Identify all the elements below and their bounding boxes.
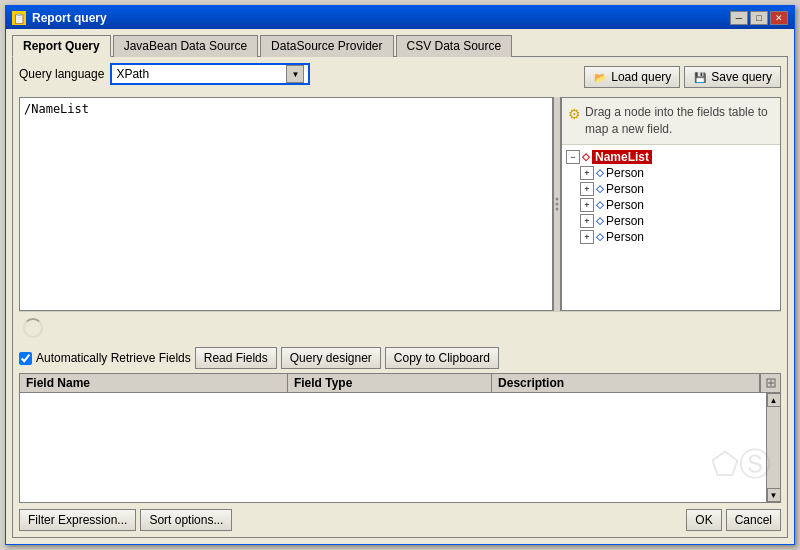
xml-tree: − ◇ NameList + ◇ Person (562, 145, 780, 310)
xml-icon-0: ◇ (596, 167, 604, 178)
tree-expand-2[interactable]: + (580, 198, 594, 212)
xml-icon-root: ◇ (582, 151, 590, 162)
fields-table-expand-button[interactable] (760, 374, 780, 392)
query-editor-panel: /NameList (19, 97, 553, 311)
select-dropdown-arrow[interactable]: ▼ (286, 65, 304, 83)
query-language-label: Query language (19, 67, 104, 81)
loading-spinner (23, 318, 43, 338)
tree-label-2: Person (606, 198, 644, 212)
minimize-button[interactable]: ─ (730, 11, 748, 25)
fields-scrollbar[interactable]: ▲ ▼ (766, 393, 780, 502)
scroll-up-button[interactable]: ▲ (767, 393, 781, 407)
tree-root-node: − ◇ NameList (566, 149, 776, 165)
tree-hint: ⚙ Drag a node into the fields table to m… (562, 98, 780, 145)
loading-area (19, 311, 781, 343)
window-controls: ─ □ ✕ (730, 11, 788, 25)
read-fields-button[interactable]: Read Fields (195, 347, 277, 369)
tab-bar: Report Query JavaBean Data Source DataSo… (12, 35, 788, 57)
tree-expand-0[interactable]: + (580, 166, 594, 180)
auto-retrieve-label: Automatically Retrieve Fields (36, 351, 191, 365)
svg-point-0 (556, 198, 559, 201)
load-icon: 📂 (593, 70, 607, 84)
maximize-button[interactable]: □ (750, 11, 768, 25)
tree-node-4: + ◇ Person (580, 229, 776, 245)
query-language-select[interactable]: XPath ▼ (110, 63, 310, 85)
top-button-group: 📂 Load query 💾 Save query (584, 66, 781, 88)
tab-csv[interactable]: CSV Data Source (396, 35, 513, 57)
query-language-value: XPath (116, 67, 149, 81)
tab-datasource[interactable]: DataSource Provider (260, 35, 393, 57)
tree-root-label: NameList (592, 150, 652, 164)
load-query-button[interactable]: 📂 Load query (584, 66, 680, 88)
hint-text: Drag a node into the fields table to map… (585, 104, 774, 138)
tab-content-report-query: Query language XPath ▼ 📂 Load query 💾 Sa… (12, 56, 788, 538)
window-title: Report query (32, 11, 724, 25)
auto-retrieve-checkbox-label[interactable]: Automatically Retrieve Fields (19, 351, 191, 365)
tree-node-2: + ◇ Person (580, 197, 776, 213)
window-content: Report Query JavaBean Data Source DataSo… (6, 29, 794, 544)
tree-label-1: Person (606, 182, 644, 196)
fields-table-header: Field Name Field Type Description (20, 374, 780, 393)
tree-node-1: + ◇ Person (580, 181, 776, 197)
tree-label-4: Person (606, 230, 644, 244)
hint-icon: ⚙ (568, 105, 581, 138)
title-bar: 📋 Report query ─ □ ✕ (6, 7, 794, 29)
copy-to-clipboard-button[interactable]: Copy to Clipboard (385, 347, 499, 369)
scroll-down-button[interactable]: ▼ (767, 488, 781, 502)
tab-javabean[interactable]: JavaBean Data Source (113, 35, 258, 57)
bottom-left-buttons: Filter Expression... Sort options... (19, 509, 232, 531)
window-icon: 📋 (12, 11, 26, 25)
field-name-header: Field Name (20, 374, 288, 392)
svg-point-1 (556, 203, 559, 206)
tree-expand-1[interactable]: + (580, 182, 594, 196)
tree-label-0: Person (606, 166, 644, 180)
auto-retrieve-checkbox[interactable] (19, 352, 32, 365)
sort-options-button[interactable]: Sort options... (140, 509, 232, 531)
tree-expand-3[interactable]: + (580, 214, 594, 228)
xml-icon-1: ◇ (596, 183, 604, 194)
fields-table-section: Field Name Field Type Description ▲ (19, 373, 781, 503)
bottom-right-buttons: OK Cancel (686, 509, 781, 531)
tree-panel: ⚙ Drag a node into the fields table to m… (561, 97, 781, 311)
tree-children: + ◇ Person + ◇ Person + ◇ (580, 165, 776, 245)
save-icon: 💾 (693, 70, 707, 84)
tree-label-3: Person (606, 214, 644, 228)
tab-report-query[interactable]: Report Query (12, 35, 111, 57)
svg-point-2 (556, 208, 559, 211)
xml-icon-2: ◇ (596, 199, 604, 210)
action-row: Automatically Retrieve Fields Read Field… (19, 347, 781, 369)
xml-icon-4: ◇ (596, 231, 604, 242)
tree-expand-root[interactable]: − (566, 150, 580, 164)
fields-table-body (20, 393, 766, 502)
tree-expand-4[interactable]: + (580, 230, 594, 244)
cancel-button[interactable]: Cancel (726, 509, 781, 531)
save-query-button[interactable]: 💾 Save query (684, 66, 781, 88)
field-type-header: Field Type (288, 374, 492, 392)
ok-button[interactable]: OK (686, 509, 721, 531)
query-textarea[interactable]: /NameList (20, 98, 552, 310)
description-header: Description (492, 374, 760, 392)
close-button[interactable]: ✕ (770, 11, 788, 25)
panel-divider[interactable] (553, 97, 561, 311)
filter-expression-button[interactable]: Filter Expression... (19, 509, 136, 531)
tree-node-0: + ◇ Person (580, 165, 776, 181)
query-designer-button[interactable]: Query designer (281, 347, 381, 369)
query-language-row: Query language XPath ▼ (19, 63, 310, 85)
report-query-window: 📋 Report query ─ □ ✕ Report Query JavaBe… (5, 5, 795, 545)
main-area: /NameList ⚙ Drag a node into the fields … (19, 97, 781, 311)
tree-node-3: + ◇ Person (580, 213, 776, 229)
bottom-bar: Filter Expression... Sort options... OK … (19, 509, 781, 531)
expand-icon (766, 378, 776, 388)
xml-icon-3: ◇ (596, 215, 604, 226)
